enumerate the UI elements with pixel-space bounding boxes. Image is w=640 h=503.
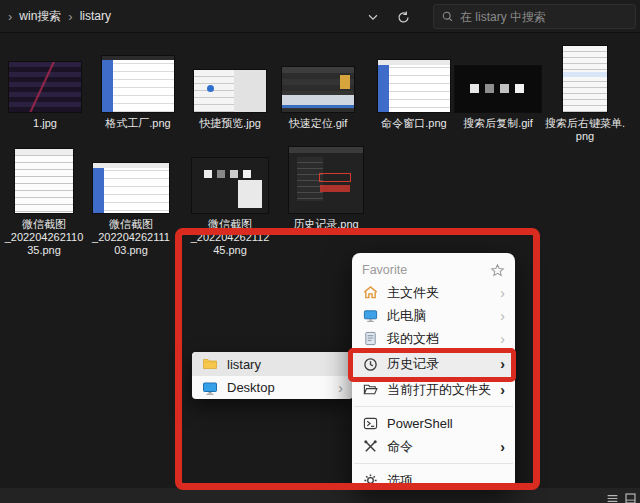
menu-item-history[interactable]: 历史记录 ›	[352, 350, 515, 378]
file-item[interactable]: 快速定位.gif	[274, 50, 362, 130]
menu-item-label: 此电脑	[387, 307, 426, 325]
search-input[interactable]	[460, 10, 628, 24]
file-thumbnail	[93, 163, 169, 213]
breadcrumb-item-listary[interactable]: listary	[80, 9, 111, 23]
file-thumbnail	[378, 60, 450, 112]
file-name: 搜索后右键菜单.png	[535, 117, 635, 143]
file-thumbnail	[192, 158, 268, 213]
tools-icon	[362, 439, 378, 455]
status-bar	[0, 488, 640, 503]
file-item[interactable]: 微信截图_20220426211035.png	[0, 150, 88, 257]
gear-icon	[362, 473, 378, 489]
menu-item-powershell[interactable]: PowerShell	[352, 412, 515, 435]
search-icon	[441, 10, 454, 23]
menu-item-label: 选项	[387, 472, 413, 490]
view-thumbnails-icon[interactable]	[624, 492, 637, 503]
refresh-icon	[396, 10, 411, 25]
menu-header-label: Favorite	[362, 263, 407, 277]
file-name: 历史记录.png	[276, 218, 376, 231]
file-explorer-window: › win搜索 › listary 1.jpg 格式工厂.png 快捷预览.jp…	[0, 0, 640, 503]
home-icon	[362, 285, 378, 301]
menu-separator	[354, 463, 513, 464]
menu-item-label: 当前打开的文件夹	[387, 381, 491, 399]
file-name: 1.jpg	[1, 117, 89, 130]
file-thumbnail	[194, 70, 266, 112]
file-item[interactable]: 快捷预览.jpg	[186, 50, 274, 130]
menu-item-label: 主文件夹	[387, 284, 439, 302]
menu-item-home-folder[interactable]: 主文件夹 ›	[352, 281, 515, 304]
file-thumbnail	[282, 67, 354, 112]
computer-icon	[362, 308, 378, 324]
powershell-icon	[362, 416, 378, 432]
file-item[interactable]: 命令窗口.png	[370, 50, 458, 130]
breadcrumb-item-win-search[interactable]: win搜索	[19, 8, 61, 25]
star-icon[interactable]	[490, 263, 505, 278]
document-icon	[362, 331, 378, 347]
view-list-icon[interactable]	[606, 492, 619, 503]
file-thumbnail	[15, 149, 73, 213]
submenu-chevron-icon: ›	[500, 285, 505, 301]
submenu-item-label: Desktop	[227, 380, 275, 395]
submenu-item-label: listary	[227, 357, 261, 372]
file-name: 命令窗口.png	[370, 117, 458, 130]
toolbar: › win搜索 › listary	[0, 0, 640, 33]
menu-item-label: 历史记录	[387, 355, 439, 373]
refresh-button[interactable]	[392, 6, 414, 28]
folder-icon	[202, 356, 218, 372]
menu-item-current-open-folders[interactable]: 当前打开的文件夹 ›	[352, 378, 515, 401]
submenu-chevron-icon: ›	[500, 439, 505, 455]
file-name: 格式工厂.png	[94, 117, 182, 130]
menu-item-options[interactable]: 选项	[352, 469, 515, 492]
submenu-chevron-icon: ›	[338, 380, 343, 396]
history-submenu: listary Desktop ›	[192, 352, 353, 399]
submenu-chevron-icon: ›	[500, 331, 505, 347]
file-name: 微信截图_20220426211035.png	[0, 218, 88, 257]
breadcrumb-root-chevron-icon: ›	[8, 9, 12, 24]
menu-item-my-documents[interactable]: 我的文档 ›	[352, 327, 515, 350]
submenu-chevron-icon: ›	[500, 356, 505, 372]
menu-item-label: 我的文档	[387, 330, 439, 348]
file-item[interactable]: 微信截图_20220426211103.png	[87, 150, 175, 257]
file-name: 微信截图_20220426211103.png	[87, 218, 175, 257]
submenu-item-desktop[interactable]: Desktop ›	[192, 376, 353, 399]
address-dropdown-button[interactable]	[362, 6, 384, 28]
open-folder-icon	[362, 382, 378, 398]
desktop-icon	[202, 380, 218, 396]
file-item[interactable]: 微信截图_20220426211245.png	[186, 150, 274, 257]
listary-context-menu: Favorite 主文件夹 › 此电脑 › 我的文档 ›	[352, 253, 515, 490]
file-name: 微信截图_20220426211245.png	[186, 218, 274, 257]
menu-header-favorite: Favorite	[352, 259, 515, 281]
search-box[interactable]	[433, 4, 636, 29]
breadcrumb-chevron-icon: ›	[68, 9, 72, 24]
menu-item-label: PowerShell	[387, 416, 453, 431]
file-item[interactable]: 格式工厂.png	[94, 50, 182, 130]
menu-item-commands[interactable]: 命令 ›	[352, 435, 515, 458]
file-thumbnail	[102, 56, 174, 112]
file-item[interactable]: 搜索后右键菜单.png	[535, 50, 635, 143]
breadcrumb: › win搜索 › listary	[0, 8, 111, 25]
file-item[interactable]: 搜索后复制.gif	[454, 50, 542, 130]
clock-icon	[362, 356, 378, 372]
submenu-chevron-icon: ›	[500, 308, 505, 324]
chevron-down-icon	[366, 10, 380, 24]
menu-item-label: 命令	[387, 438, 413, 456]
file-thumbnail	[563, 46, 607, 112]
file-name: 搜索后复制.gif	[454, 117, 542, 130]
file-name: 快捷预览.jpg	[186, 117, 274, 130]
file-item[interactable]: 1.jpg	[1, 50, 89, 130]
file-thumbnail	[9, 62, 81, 112]
menu-item-this-pc[interactable]: 此电脑 ›	[352, 304, 515, 327]
menu-separator	[354, 406, 513, 407]
file-thumbnail	[455, 66, 541, 112]
file-item[interactable]: 历史记录.png	[276, 150, 376, 231]
file-thumbnail	[289, 147, 363, 213]
file-name: 快速定位.gif	[274, 117, 362, 130]
submenu-chevron-icon: ›	[500, 382, 505, 398]
submenu-item-listary[interactable]: listary	[192, 352, 353, 376]
